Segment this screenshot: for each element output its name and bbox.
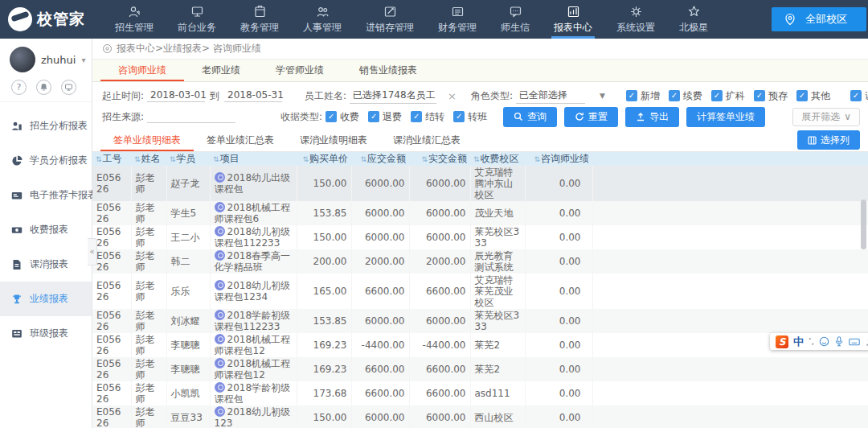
checkbox-checked-icon[interactable]: ✓	[796, 90, 808, 101]
scrollbar-thumb[interactable]	[861, 200, 866, 249]
sidebar-item-performance-reports[interactable]: 业绩报表	[0, 282, 92, 316]
tab-teacher-performance[interactable]: 老师业绩	[184, 60, 258, 81]
checkbox-item[interactable]: ✓结转	[411, 110, 444, 124]
sort-icon[interactable]: ⇅	[134, 155, 141, 163]
checkbox-checked-icon[interactable]: ✓	[453, 111, 465, 122]
col-header-unit-price[interactable]: ⇅购买单价	[297, 152, 351, 166]
staff-selected-value[interactable]: 已选择1748名员工	[350, 88, 436, 104]
nav-item-frontdesk[interactable]: 前台业务	[166, 0, 228, 39]
sort-icon[interactable]: ⇅	[302, 155, 309, 163]
checkbox-checked-icon[interactable]: ✓	[411, 111, 422, 122]
col-header-amount-due[interactable]: ⇅应交金额	[351, 152, 409, 166]
export-button[interactable]: 导出	[625, 107, 679, 127]
enrollment-source-input[interactable]	[147, 111, 235, 123]
sidebar-item-referral-card[interactable]: 电子推荐卡报表	[0, 178, 92, 212]
choose-columns-button[interactable]: 选择列	[797, 130, 860, 150]
bell-icon[interactable]	[36, 80, 51, 95]
expand-filters-button[interactable]: 展开筛选 ∨	[792, 108, 860, 126]
sidebar-item-enrollment-analysis[interactable]: 招生分析报表	[0, 109, 92, 143]
subtab-consumed-detail[interactable]: 课消业绩明细表	[287, 129, 380, 151]
nav-item-enrollment[interactable]: 招生管理	[103, 0, 166, 39]
checkbox-item[interactable]: ✓收费	[326, 110, 359, 124]
campus-selector-button[interactable]: 全部校区	[772, 7, 866, 31]
microphone-icon[interactable]	[834, 336, 844, 347]
sort-icon[interactable]: ⇅	[534, 155, 540, 163]
table-row[interactable]: E05626 彭老师 学生5 2018机械工程师课程包6 153.85 6000…	[92, 201, 868, 225]
nav-item-messages[interactable]: 师生信	[489, 0, 542, 39]
checkbox-item[interactable]: ✓新增	[626, 89, 660, 103]
table-row[interactable]: E05626 彭老师 乐乐 2018幼儿初级课程包1234 165.00 660…	[92, 274, 868, 309]
checkbox-item[interactable]: ✓其他	[796, 89, 830, 103]
checkbox-item[interactable]: ✓课程	[850, 89, 868, 103]
reset-button[interactable]: 重置	[564, 107, 618, 127]
sogou-logo-icon[interactable]: S	[776, 335, 788, 348]
nav-item-hr[interactable]: 人事管理	[291, 0, 354, 39]
nav-item-settings[interactable]: 系统设置	[604, 0, 667, 39]
emoji-icon[interactable]	[819, 336, 829, 347]
keyboard-icon[interactable]	[849, 337, 860, 347]
table-row[interactable]: E05626 彭老师 赵子龙 2018幼儿出级课程包 150.00 6000.0…	[92, 166, 868, 201]
checkbox-checked-icon[interactable]: ✓	[368, 111, 379, 122]
col-header-amount-paid[interactable]: ⇅实交金额	[409, 152, 470, 166]
help-icon[interactable]: ?	[11, 80, 27, 95]
sort-icon[interactable]: ⇅	[213, 155, 219, 163]
nav-item-finance[interactable]: 财务管理	[426, 0, 489, 39]
col-header-student[interactable]: ⇅学员	[166, 152, 210, 166]
date-from-input[interactable]: 2018-03-01	[147, 89, 205, 102]
sidebar-item-fee-reports[interactable]: 收费报表	[0, 212, 92, 247]
sort-icon[interactable]: ⇅	[360, 155, 366, 163]
punctuation-icon[interactable]: ’,	[809, 336, 814, 347]
table-row[interactable]: E05626 彭老师 王二小 2018幼儿初级课程包112233 150.00 …	[92, 225, 868, 249]
sidebar-item-class-consumption[interactable]: 课消报表	[0, 247, 92, 282]
sort-icon[interactable]: ⇅	[96, 155, 102, 163]
clear-staff-icon[interactable]: ×	[448, 90, 457, 102]
table-row[interactable]: E05626 彭老师 李聰聰 2018机械工程师课程包12 169.23 660…	[92, 357, 868, 381]
checkbox-checked-icon[interactable]: ✓	[326, 111, 337, 122]
tab-supervisor-performance[interactable]: 学管师业绩	[258, 60, 342, 81]
checkbox-checked-icon[interactable]: ✓	[754, 90, 765, 101]
col-header-employee-id[interactable]: ⇅工号	[92, 152, 131, 166]
checkbox-checked-icon[interactable]: ✓	[850, 90, 862, 101]
tab-consultant-performance[interactable]: 咨询师业绩	[100, 60, 184, 81]
sort-icon[interactable]: ⇅	[421, 155, 428, 163]
checkbox-item[interactable]: ✓续费	[669, 89, 702, 103]
checkbox-item[interactable]: ✓转班	[453, 110, 487, 124]
nav-item-reports[interactable]: 报表中心	[542, 0, 604, 39]
table-row[interactable]: E05626 彭老师 韩二 2018春季高一化学精品班 200.00 2000.…	[92, 249, 868, 274]
sidebar-item-student-analysis[interactable]: 学员分析报表	[0, 143, 92, 178]
nav-item-polaris[interactable]: 北极星	[667, 0, 720, 39]
checkbox-item[interactable]: ✓预存	[754, 89, 788, 103]
col-header-campus[interactable]: ⇅收费校区	[470, 152, 525, 166]
subtab-consumed-summary[interactable]: 课消业绩汇总表	[380, 129, 473, 151]
avatar[interactable]	[10, 47, 35, 72]
table-row[interactable]: E05626 彭老师 李聰聰 2018机械工程师课程包12 169.23 -44…	[92, 333, 868, 357]
tab-sales-performance[interactable]: 销售业绩报表	[342, 60, 435, 81]
checkbox-checked-icon[interactable]: ✓	[626, 90, 637, 101]
user-menu[interactable]: zhuhui ▾	[10, 47, 92, 72]
chevron-down-icon[interactable]: ▼	[600, 92, 605, 100]
checkbox-checked-icon[interactable]: ✓	[711, 90, 723, 101]
subtab-signed-detail[interactable]: 签单业绩明细表	[100, 129, 194, 151]
nav-item-inventory[interactable]: 进销存管理	[354, 0, 426, 39]
table-row[interactable]: E05626 彭老师 豆豆33 2018幼儿初级123 150.00 6000.…	[92, 405, 868, 428]
calc-performance-button[interactable]: 计算签单业绩	[686, 107, 765, 127]
person-icon[interactable]	[865, 337, 868, 347]
date-to-input[interactable]: 2018-05-31	[224, 89, 282, 102]
checkbox-checked-icon[interactable]: ✓	[669, 90, 680, 101]
sort-icon[interactable]: ⇅	[473, 155, 480, 163]
checkbox-item[interactable]: ✓扩科	[711, 89, 745, 103]
sidebar-collapse-handle[interactable]: «	[88, 238, 97, 265]
monitor-small-icon[interactable]	[61, 80, 76, 95]
subtab-signed-summary[interactable]: 签单业绩汇总表	[194, 129, 287, 151]
query-button[interactable]: 查询	[503, 107, 557, 127]
sort-icon[interactable]: ⇅	[170, 155, 176, 163]
col-header-project[interactable]: ⇅项目	[210, 152, 297, 166]
sidebar-item-class-reports[interactable]: 班级报表	[0, 316, 92, 351]
ime-language-mode[interactable]: 中	[793, 335, 804, 349]
col-header-consultant-perf[interactable]: ⇅咨询师业绩	[525, 152, 592, 166]
role-type-select[interactable]: 已全部选择	[516, 88, 585, 104]
table-row[interactable]: E05626 彭老师 小凯凯 2018学龄初级课程包 173.68 6600.0…	[92, 381, 868, 405]
checkbox-item[interactable]: ✓退费	[368, 110, 402, 124]
nav-item-academic[interactable]: 教务管理	[228, 0, 291, 39]
table-row[interactable]: E05626 彭老师 刘冰耀 2018学龄初级课程包112233 153.85 …	[92, 309, 868, 333]
